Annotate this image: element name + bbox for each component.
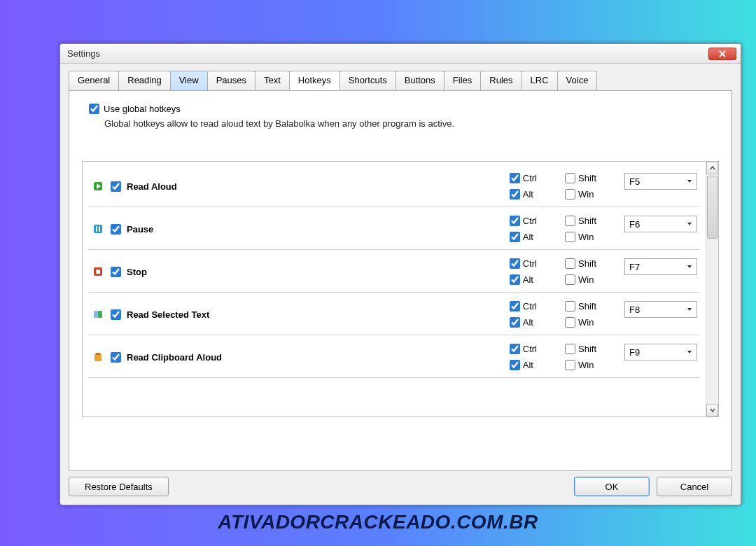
hotkey-enable-checkbox[interactable] — [111, 309, 121, 320]
chevron-down-icon — [687, 349, 692, 355]
pause-icon — [91, 222, 105, 236]
win-label: Win — [578, 274, 594, 285]
tab-lrc[interactable]: LRC — [522, 71, 558, 90]
shift-checkbox[interactable] — [565, 173, 575, 183]
stop-icon — [91, 265, 105, 279]
hotkeys-panel: Use global hotkeys Global hotkeys allow … — [69, 90, 732, 471]
tab-pauses[interactable]: Pauses — [207, 71, 255, 90]
chevron-down-icon — [687, 264, 692, 270]
tab-rules[interactable]: Rules — [480, 71, 522, 90]
hotkey-enable-checkbox[interactable] — [111, 181, 121, 192]
key-select[interactable]: F9 — [624, 344, 697, 360]
chevron-down-icon — [687, 307, 692, 312]
tab-bar: GeneralReadingViewPausesTextHotkeysShort… — [60, 64, 741, 90]
ctrl-label: Ctrl — [523, 216, 537, 226]
shift-label: Shift — [578, 258, 596, 269]
tab-buttons[interactable]: Buttons — [396, 71, 444, 90]
svg-rect-5 — [96, 270, 100, 274]
scroll-up-button[interactable] — [706, 162, 718, 174]
ctrl-label: Ctrl — [523, 173, 537, 183]
tab-shortcuts[interactable]: Shortcuts — [340, 71, 396, 90]
scroll-track[interactable] — [706, 174, 718, 404]
hotkey-label: Read Aloud — [127, 181, 288, 192]
shift-label: Shift — [578, 173, 596, 183]
hotkey-enable-checkbox[interactable] — [111, 224, 121, 234]
win-label: Win — [578, 189, 594, 200]
use-global-hotkeys-label: Use global hotkeys — [104, 104, 181, 114]
tab-reading[interactable]: Reading — [118, 71, 170, 90]
hotkey-row: StopCtrlAltShiftWinF7 — [88, 250, 700, 293]
chevron-down-icon — [710, 407, 715, 413]
tab-hotkeys[interactable]: Hotkeys — [289, 71, 340, 90]
key-value: F6 — [629, 219, 640, 230]
hotkey-row: Read Clipboard AloudCtrlAltShiftWinF9 — [88, 335, 700, 378]
key-select[interactable]: F5 — [624, 173, 697, 190]
tab-general[interactable]: General — [69, 71, 119, 90]
hotkey-label: Read Selected Text — [127, 309, 288, 320]
restore-defaults-button[interactable]: Restore Defaults — [69, 477, 169, 496]
scroll-down-button[interactable] — [706, 404, 718, 416]
settings-window: Settings GeneralReadingViewPausesTextHot… — [59, 43, 741, 505]
close-button[interactable] — [708, 48, 736, 60]
scrollbar[interactable] — [706, 162, 718, 416]
win-checkbox[interactable] — [565, 189, 575, 200]
hotkey-enable-checkbox[interactable] — [111, 267, 121, 277]
shift-label: Shift — [578, 216, 596, 226]
tab-files[interactable]: Files — [444, 71, 481, 90]
watermark-text: ATIVADORCRACKEADO.COM.BR — [0, 511, 756, 533]
hotkey-label: Stop — [127, 267, 288, 277]
svg-rect-3 — [99, 226, 100, 232]
ctrl-checkbox[interactable] — [510, 216, 520, 226]
win-checkbox[interactable] — [565, 274, 575, 285]
ctrl-label: Ctrl — [523, 301, 537, 312]
alt-checkbox[interactable] — [510, 189, 520, 200]
win-label: Win — [578, 360, 594, 370]
hotkey-label: Pause — [127, 224, 288, 234]
shift-label: Shift — [578, 344, 596, 354]
ctrl-checkbox[interactable] — [510, 301, 520, 312]
shift-checkbox[interactable] — [565, 344, 575, 354]
ctrl-label: Ctrl — [523, 344, 537, 354]
tab-text[interactable]: Text — [255, 71, 290, 90]
win-label: Win — [578, 232, 594, 242]
selected-icon — [91, 307, 105, 321]
window-title: Settings — [64, 48, 708, 59]
win-checkbox[interactable] — [565, 317, 575, 328]
svg-rect-2 — [96, 226, 97, 232]
titlebar: Settings — [60, 44, 741, 64]
tab-voice[interactable]: Voice — [557, 71, 598, 90]
key-select[interactable]: F6 — [624, 216, 697, 232]
clipboard-icon — [91, 350, 105, 364]
ok-button[interactable]: OK — [574, 477, 650, 496]
alt-checkbox[interactable] — [510, 274, 520, 285]
ctrl-checkbox[interactable] — [510, 344, 520, 354]
shift-checkbox[interactable] — [565, 301, 575, 312]
ctrl-checkbox[interactable] — [510, 173, 520, 183]
cancel-button[interactable]: Cancel — [657, 477, 732, 496]
key-value: F9 — [629, 347, 640, 358]
svg-rect-9 — [96, 353, 100, 355]
win-checkbox[interactable] — [565, 360, 575, 370]
use-global-hotkeys-checkbox[interactable] — [89, 104, 99, 114]
hotkey-list: Read AloudCtrlAltShiftWinF5PauseCtrlAltS… — [82, 161, 719, 417]
shift-checkbox[interactable] — [565, 216, 575, 226]
hotkey-row: Read AloudCtrlAltShiftWinF5 — [88, 164, 700, 207]
hotkey-enable-checkbox[interactable] — [111, 352, 121, 363]
key-select[interactable]: F8 — [624, 301, 697, 318]
alt-label: Alt — [523, 317, 533, 328]
shift-checkbox[interactable] — [565, 258, 575, 269]
alt-checkbox[interactable] — [510, 232, 520, 242]
ctrl-checkbox[interactable] — [510, 258, 520, 269]
key-select[interactable]: F7 — [624, 258, 697, 275]
tab-view[interactable]: View — [170, 71, 208, 90]
close-icon — [719, 50, 726, 57]
win-checkbox[interactable] — [565, 232, 575, 242]
hotkey-label: Read Clipboard Aloud — [127, 352, 288, 363]
alt-checkbox[interactable] — [510, 360, 520, 370]
alt-checkbox[interactable] — [510, 317, 520, 328]
key-value: F8 — [629, 304, 640, 315]
svg-rect-6 — [94, 311, 98, 318]
scroll-thumb[interactable] — [707, 176, 718, 239]
chevron-down-icon — [687, 221, 692, 227]
shift-label: Shift — [578, 301, 596, 312]
